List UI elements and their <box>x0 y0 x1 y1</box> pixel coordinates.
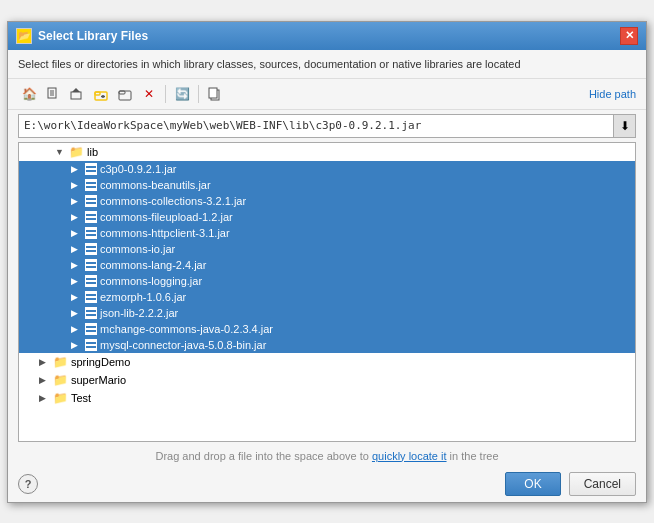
jar-icon <box>85 291 97 303</box>
hide-path-button[interactable]: Hide path <box>589 88 636 100</box>
jar-icon <box>85 307 97 319</box>
tree-item[interactable]: ▶📁superMario <box>19 371 635 389</box>
svg-rect-4 <box>71 92 81 99</box>
tree-item-label: commons-collections-3.2.1.jar <box>100 195 246 207</box>
folder-icon: 📁 <box>53 373 68 387</box>
tree-item[interactable]: ▶commons-lang-2.4.jar <box>19 257 635 273</box>
tree-item[interactable]: ▶commons-logging.jar <box>19 273 635 289</box>
tree-item[interactable]: ▶📁springDemo <box>19 353 635 371</box>
tree-item-label: ezmorph-1.0.6.jar <box>100 291 186 303</box>
tree-item-label: c3p0-0.9.2.1.jar <box>100 163 176 175</box>
folder-icon: 📁 <box>69 145 84 159</box>
tree-item-label: commons-fileupload-1.2.jar <box>100 211 233 223</box>
tree-item-label: mysql-connector-java-5.0.8-bin.jar <box>100 339 266 351</box>
copy-path-button[interactable] <box>204 83 226 105</box>
toolbar: 🏠 ✕ 🔄 Hide path <box>8 79 646 110</box>
tree-item[interactable]: ▶commons-collections-3.2.1.jar <box>19 193 635 209</box>
tree-item-label: commons-io.jar <box>100 243 175 255</box>
tree-item[interactable]: ▼📁lib <box>19 143 635 161</box>
tree-item[interactable]: ▶commons-io.jar <box>19 241 635 257</box>
folder-icon: 📁 <box>53 355 68 369</box>
svg-marker-5 <box>72 88 80 92</box>
help-button[interactable]: ? <box>18 474 38 494</box>
jar-icon <box>85 227 97 239</box>
drag-hint: Drag and drop a file into the space abov… <box>8 446 646 466</box>
jar-icon <box>85 275 97 287</box>
bottom-bar: ? OK Cancel <box>8 466 646 502</box>
dialog-title: Select Library Files <box>38 29 148 43</box>
folder-up-button[interactable] <box>66 83 88 105</box>
tree-item[interactable]: ▶commons-fileupload-1.2.jar <box>19 209 635 225</box>
svg-rect-7 <box>95 92 100 95</box>
file-tree[interactable]: ▼📁lib▶c3p0-0.9.2.1.jar▶commons-beanutils… <box>18 142 636 442</box>
tree-item[interactable]: ▶mchange-commons-java-0.2.3.4.jar <box>19 321 635 337</box>
refresh-button[interactable]: 🔄 <box>171 83 193 105</box>
cancel-button[interactable]: Cancel <box>569 472 636 496</box>
tree-item-label: Test <box>71 392 91 404</box>
delete-button[interactable]: ✕ <box>138 83 160 105</box>
svg-rect-11 <box>119 91 125 94</box>
folder-icon: 📁 <box>53 391 68 405</box>
tree-item[interactable]: ▶📁Test <box>19 389 635 407</box>
tree-item-label: commons-lang-2.4.jar <box>100 259 206 271</box>
new-folder-button[interactable] <box>90 83 112 105</box>
tree-item-label: commons-logging.jar <box>100 275 202 287</box>
home-button[interactable]: 🏠 <box>18 83 40 105</box>
svg-rect-13 <box>209 88 217 98</box>
jar-icon <box>85 179 97 191</box>
select-library-dialog: 📂 Select Library Files ✕ Select files or… <box>7 21 647 503</box>
tree-item[interactable]: ▶ezmorph-1.0.6.jar <box>19 289 635 305</box>
path-download-button[interactable]: ⬇ <box>613 115 635 137</box>
jar-icon <box>85 163 97 175</box>
path-input[interactable] <box>19 116 613 135</box>
tree-item[interactable]: ▶c3p0-0.9.2.1.jar <box>19 161 635 177</box>
jar-icon <box>85 259 97 271</box>
tree-item[interactable]: ▶commons-beanutils.jar <box>19 177 635 193</box>
tree-item-label: mchange-commons-java-0.2.3.4.jar <box>100 323 273 335</box>
toolbar-separator-2 <box>198 85 199 103</box>
description-text: Select files or directories in which lib… <box>8 50 646 79</box>
folder-select-button[interactable] <box>114 83 136 105</box>
tree-item-label: lib <box>87 146 98 158</box>
tree-item-label: commons-beanutils.jar <box>100 179 211 191</box>
close-button[interactable]: ✕ <box>620 27 638 45</box>
title-bar-left: 📂 Select Library Files <box>16 28 148 44</box>
tree-item[interactable]: ▶commons-httpclient-3.1.jar <box>19 225 635 241</box>
action-buttons: OK Cancel <box>505 472 636 496</box>
dialog-icon: 📂 <box>16 28 32 44</box>
jar-icon <box>85 211 97 223</box>
tree-item-label: superMario <box>71 374 126 386</box>
ok-button[interactable]: OK <box>505 472 560 496</box>
tree-item-label: springDemo <box>71 356 130 368</box>
jar-icon <box>85 339 97 351</box>
tree-item[interactable]: ▶json-lib-2.2.2.jar <box>19 305 635 321</box>
title-bar: 📂 Select Library Files ✕ <box>8 22 646 50</box>
jar-icon <box>85 323 97 335</box>
path-bar: ⬇ <box>18 114 636 138</box>
toolbar-separator-1 <box>165 85 166 103</box>
tree-item-label: json-lib-2.2.2.jar <box>100 307 178 319</box>
tree-item-label: commons-httpclient-3.1.jar <box>100 227 230 239</box>
tree-item[interactable]: ▶mysql-connector-java-5.0.8-bin.jar <box>19 337 635 353</box>
jar-icon <box>85 243 97 255</box>
jar-icon <box>85 195 97 207</box>
new-file-button[interactable] <box>42 83 64 105</box>
